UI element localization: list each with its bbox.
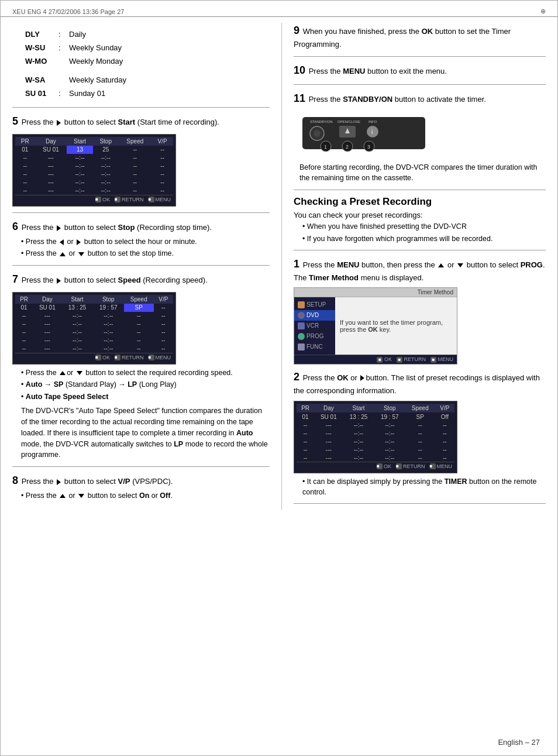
right-column: 9 When you have finished, press the OK b… <box>294 23 546 510</box>
wsa-label: W-SA <box>25 74 57 87</box>
column-divider <box>281 23 282 510</box>
arrow-right-icon-6 <box>360 375 364 381</box>
openclose-label: OPEN/CLOSE <box>337 120 360 123</box>
table-row: -------:----:------ <box>15 162 173 170</box>
table-row: 01 SU 01 13 : 25 19 : 57 SP -- <box>15 304 173 312</box>
timer-table-2: PR Day Start Stop Speed V/P 01 SU 01 13 <box>12 292 176 365</box>
col-day: Day <box>35 137 67 146</box>
step-9-num: 9 <box>294 25 299 36</box>
arrow-down-icon-4 <box>457 263 463 267</box>
divider-r4 <box>294 250 546 250</box>
setup-icon <box>298 301 305 308</box>
ok-icon-3: ■ <box>377 463 383 469</box>
dly-value: Daily <box>66 29 126 41</box>
page-header: XEU ENG 4 27/02/2006 13:36 Page 27 ⊕ <box>1 6 557 17</box>
page-container: XEU ENG 4 27/02/2006 13:36 Page 27 ⊕ DLY… <box>0 0 558 756</box>
menu-body: SETUP DVD VCR <box>294 297 457 355</box>
arrow-right-icon-4 <box>57 278 61 284</box>
timer-table-3-grid: PR Day Start Stop Speed V/P 01 SU 01 13 <box>297 404 454 462</box>
step-8-title: 8 Press the button to select V/P (VPS/PD… <box>12 473 270 489</box>
menu-icon-m: ■ <box>430 357 436 363</box>
step-10-block: 10 Press the MENU button to exit the men… <box>294 63 546 78</box>
arrow-up-icon <box>60 252 66 256</box>
table-row: -------:----:------ <box>297 445 454 453</box>
table-row: -------:----:------ <box>15 312 173 320</box>
step-6-bullet-1: Press the or button to select the hour o… <box>12 237 270 248</box>
arrow-right-icon-3 <box>77 239 81 245</box>
info-i: i <box>371 129 373 135</box>
menu-footer: ■ OK ■ RETURN ■ MENU <box>294 355 457 364</box>
ok-icon-m: ■ <box>377 357 383 363</box>
table-row: -------:----:------ <box>15 320 173 328</box>
menu-item-func: FUNC <box>294 342 335 352</box>
dvd-icon <box>298 312 305 319</box>
device-svg: STANDBY/ON OPEN/CLOSE INFO i <box>299 111 428 158</box>
menu-item-prog: PROG <box>294 331 335 342</box>
arrow-down-icon-2 <box>77 371 82 375</box>
checking-bullet-2: If you have forgotten which programmes w… <box>294 234 546 245</box>
standby-label: STANDBY/ON <box>310 120 333 123</box>
step-8-num: 8 <box>12 475 18 486</box>
divider-r1 <box>294 56 546 57</box>
col-pr: PR <box>15 137 35 146</box>
ok-icon: ■ <box>95 197 101 202</box>
step-7-num: 7 <box>12 273 18 285</box>
table-3-footer: ■ OK ■ RETURN ■ MENU <box>297 462 454 470</box>
step-11-block: 11 Press the STANDBY/ON button to activa… <box>294 91 546 184</box>
menu-icon-3: ■ <box>430 463 436 469</box>
info-label: INFO <box>368 120 377 123</box>
check-step-2-num: 2 <box>294 371 299 383</box>
divider-3 <box>12 265 270 266</box>
menu-icon: ■ <box>149 197 154 202</box>
step-10-num: 10 <box>294 64 305 76</box>
step-11-title: 11 Press the STANDBY/ON button to activa… <box>294 91 546 106</box>
arrow-up-icon-2 <box>60 371 66 375</box>
table-row: 01 SU 01 13 : 25 19 : 57 SP Off <box>297 413 454 421</box>
divider-1 <box>12 107 270 108</box>
table-row: -------:----:------ <box>15 154 173 162</box>
timer-table-1-grid: PR Day Start Stop Speed V/P 01 SU 01 13 <box>15 137 173 195</box>
footer-text: English – 27 <box>498 738 540 747</box>
checking-bullet-1: When you have finished presetting the DV… <box>294 222 546 232</box>
step-7-bullet-2: Auto → SP (Standard Play) → LP (Long Pla… <box>12 380 270 390</box>
arrow-right-icon-5 <box>57 479 61 485</box>
step-6-block: 6 Press the button to select Stop (Recor… <box>12 219 270 259</box>
table-2-footer: ■ OK ■ RETURN ■ MENU <box>15 353 173 362</box>
timer-table-2-grid: PR Day Start Stop Speed V/P 01 SU 01 13 <box>15 295 173 353</box>
step-7-bullet-1: Press the or button to select the requir… <box>12 368 270 379</box>
menu-message: If you want to set the timer program, pr… <box>335 297 457 355</box>
arrow-up-icon-3 <box>60 494 66 498</box>
arrow-right-icon <box>57 120 61 126</box>
step-6-title: 6 Press the button to select Stop (Recor… <box>12 219 270 235</box>
step-10-bold: MENU <box>343 67 365 75</box>
table-row: 01 SU 01 13 25 -- -- <box>15 146 173 154</box>
dly-label: DLY <box>25 29 57 41</box>
divider-r3 <box>294 190 546 190</box>
check-step-1-title: 1 Press the MENU button, then press the … <box>294 256 546 284</box>
table-row: -------:----:------ <box>297 429 454 437</box>
step-7-block: 7 Press the button to select Speed (Reco… <box>12 272 270 287</box>
menu-icon-2: ■ <box>149 355 154 360</box>
table-row: -------:----:------ <box>15 345 173 353</box>
checking-title: Checking a Preset Recording <box>294 196 546 208</box>
menu-item-dvd: DVD <box>294 310 335 321</box>
step-6-num: 6 <box>12 221 18 232</box>
main-content: DLY : Daily W-SU : Weekly Sunday W-MO We… <box>1 23 557 510</box>
check-menu-bold: MENU <box>337 260 359 269</box>
ok-icon-2: ■ <box>95 355 101 360</box>
table-row: -------:----:------ <box>15 178 173 187</box>
step-9-title: 9 When you have finished, press the OK b… <box>294 23 546 50</box>
check-step-2-title: 2 Press the OK or button. The list of pr… <box>294 369 546 397</box>
step-8-bold: V/P <box>118 477 130 486</box>
wsu-value: Weekly Sunday <box>66 42 126 54</box>
prog-bold: PROG <box>521 260 543 269</box>
step-8-block: 8 Press the button to select V/P (VPS/PD… <box>12 473 270 501</box>
step-7-title: 7 Press the button to select Speed (Reco… <box>12 272 270 287</box>
dly-options-table: DLY : Daily W-SU : Weekly Sunday W-MO We… <box>24 28 128 101</box>
table-row: -------:----:------ <box>297 453 454 462</box>
wmo-value: Weekly Monday <box>66 56 126 68</box>
arrow-down-icon-3 <box>78 494 84 498</box>
table-row: -------:----:------ <box>15 170 173 178</box>
menu-items-list: SETUP DVD VCR <box>294 297 335 355</box>
su01-label: SU 01 <box>25 88 57 100</box>
